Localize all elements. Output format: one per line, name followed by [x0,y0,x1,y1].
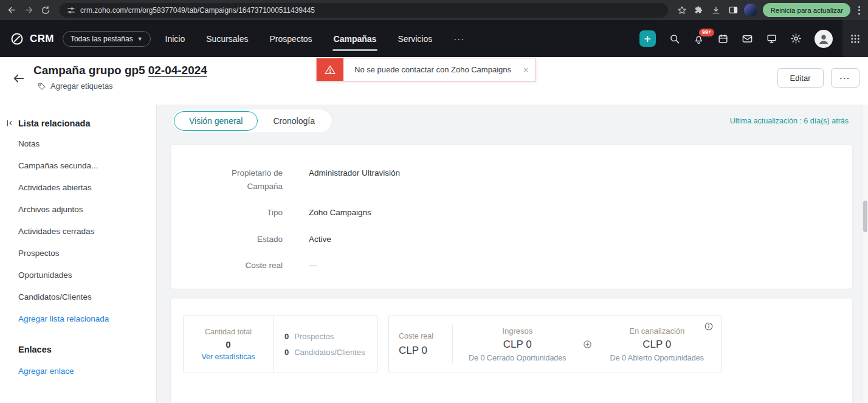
side-panel-icon[interactable] [725,2,741,18]
sidebar-item-archivos-adjuntos[interactable]: Archivos adjuntos [18,198,156,220]
add-tags-label: Agregar etiquetas [50,81,113,91]
counts-block: 0 Prospectos 0 Candidatos/Clientes [274,315,377,373]
browser-reload-icon[interactable] [38,2,53,18]
record-header: Campaña grupo gp502-04-2024 Agregar etiq… [0,57,868,105]
actual-cost-value: CLP 0 [399,345,452,357]
nav-tab-prospectos[interactable]: Prospectos [270,20,312,57]
page-title: Campaña grupo gp502-04-2024 [33,64,207,77]
nav-tab-sucursales[interactable]: Sucursales [206,20,248,57]
browser-menu-kebab-icon[interactable] [854,3,864,18]
tab-vision-general[interactable]: Visión general [174,111,258,131]
nav-tab-campanas[interactable]: Campañas [334,20,377,57]
browser-toolbar: crm.zoho.com/crm/org58377049/tab/Campaig… [0,0,868,20]
warning-triangle-icon [317,58,343,81]
record-actions: Editar ··· [777,68,859,88]
chevron-down-icon: ▼ [137,36,143,42]
quick-create-plus-button[interactable] [639,30,656,47]
page-scrollbar[interactable] [862,105,868,403]
add-related-list-link[interactable]: Agregar lista relacionada [18,308,156,329]
search-icon[interactable] [669,33,680,44]
field-value: Administrador Ultravisión [309,167,400,180]
related-list-heading: Lista relacionada [18,114,156,133]
browser-back-icon[interactable] [4,2,19,18]
calendar-icon[interactable] [717,33,729,44]
actual-cost-block: Coste real CLP 0 [399,332,452,357]
contacts-label: Candidatos/Clientes [294,348,365,357]
zoho-crm-logo-icon [10,32,24,46]
bookmark-star-icon[interactable] [674,2,690,18]
browser-profile-avatar[interactable] [744,4,757,17]
view-statistics-link[interactable]: Ver estadísticas [201,353,255,361]
income-sub-text: De 0 Cerrado Oportunidades [469,354,567,362]
alert-close-icon[interactable]: × [522,58,536,81]
links-heading: Enlaces [18,339,156,360]
extensions-puzzle-icon[interactable] [691,2,707,18]
settings-gear-icon[interactable] [790,33,802,44]
info-icon[interactable] [704,322,714,331]
browser-update-button[interactable]: Reinicia para actualizar [763,3,850,17]
pipeline-value: CLP 0 [642,339,671,351]
notifications-bell-icon[interactable]: 99+ [693,33,704,44]
tab-cronologia[interactable]: Cronología [258,111,330,131]
browser-forward-icon[interactable] [21,2,36,18]
field-label: Propietario de Campaña [216,167,283,193]
add-link-link[interactable]: Agregar enlace [18,360,156,382]
prospects-count-row: 0 Prospectos [284,332,377,341]
error-alert: No se puede contactar con Zoho Campaigns… [316,58,536,81]
details-card: Propietario de Campaña Administrador Ult… [170,144,853,289]
sidebar-item-actividades-abiertas[interactable]: Actividades abiertas [18,176,156,198]
collapse-panel-icon[interactable] [5,119,14,128]
actual-cost-label: Coste real [399,332,452,340]
related-list-sidebar: Lista relacionada Notas Campañas secunda… [0,105,157,403]
add-tags-link[interactable]: Agregar etiquetas [38,81,207,91]
nav-tab-inicio[interactable]: Inicio [165,20,185,57]
field-value: Zoho Campaigns [309,206,371,219]
notification-badge: 99+ [699,29,714,36]
marketplace-icon[interactable] [766,33,777,44]
plus-circle-icon [582,339,593,350]
url-bar[interactable]: crm.zoho.com/crm/org58377049/tab/Campaig… [60,3,668,18]
nav-more-icon[interactable]: ··· [453,33,464,44]
main-content: Visión general Cronología Ultima actuali… [157,105,868,403]
detail-row-actual-cost: Coste real — [171,259,852,272]
view-tabs-row: Visión general Cronología Ultima actuali… [172,109,849,133]
scrollbar-thumb[interactable] [863,201,867,232]
mail-icon[interactable] [742,33,753,44]
downloads-icon[interactable] [708,2,724,18]
last-update-text: Ultima actualización : 6 día(s) atrás [730,117,849,125]
all-tabs-dropdown-label: Todas las pestañas [71,35,133,43]
user-avatar[interactable] [815,30,833,48]
field-value: — [309,259,317,272]
more-actions-button[interactable]: ··· [831,68,860,88]
all-tabs-dropdown[interactable]: Todas las pestañas ▼ [63,31,151,47]
campaign-name: Campaña grupo gp5 [33,64,145,77]
crm-top-nav: CRM Todas las pestañas ▼ Inicio Sucursal… [0,20,868,57]
sidebar-item-candidatos-clientes[interactable]: Candidatos/Clientes [18,286,156,308]
prospects-count: 0 [284,332,289,341]
field-label: Coste real [216,259,283,272]
site-settings-icon[interactable] [67,6,75,15]
apps-grid-icon[interactable] [842,20,868,57]
sidebar-item-campanas-secundarias[interactable]: Campañas secunda... [18,154,156,176]
total-quantity-label: Cantidad total [205,328,252,336]
crm-brand-label: CRM [30,33,54,45]
sidebar-item-notas[interactable]: Notas [18,133,156,154]
total-quantity-value: 0 [226,339,230,350]
income-block: Ingresos CLP 0 De 0 Cerrado Oportunidade… [453,326,582,362]
pipeline-sub-text: De 0 Abierto Oportunidades [610,354,704,362]
total-quantity-block: Cantidad total 0 Ver estadísticas [184,315,274,373]
field-value: Active [309,233,331,246]
contacts-count: 0 [284,348,289,357]
nav-tab-servicios[interactable]: Servicios [398,20,432,57]
pipeline-block: En canalización CLP 0 De 0 Abierto Oport… [593,326,722,362]
detail-row-status: Estado Active [171,233,852,246]
campaign-date: 02-04-2024 [148,64,207,77]
sidebar-item-actividades-cerradas[interactable]: Actividades cerradas [18,220,156,242]
edit-button[interactable]: Editar [777,68,824,88]
sidebar-item-oportunidades[interactable]: Oportunidades [18,264,156,286]
detail-row-type: Tipo Zoho Campaigns [171,206,852,219]
url-text: crm.zoho.com/crm/org58377049/tab/Campaig… [80,6,315,15]
back-arrow-icon[interactable] [12,72,26,85]
sidebar-item-prospectos[interactable]: Prospectos [18,242,156,264]
stats-card: Cantidad total 0 Ver estadísticas 0 Pros… [170,298,853,403]
